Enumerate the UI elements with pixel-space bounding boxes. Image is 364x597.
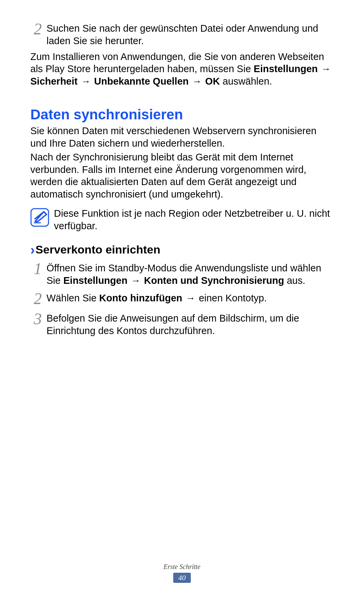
page-footer: Erste Schritte 40 <box>0 563 364 583</box>
step-2: 2 Wählen Sie Konto hinzufügen → einen Ko… <box>30 290 332 307</box>
menu-path-part: Unbekannte Quellen <box>94 76 188 87</box>
sync-intro-paragraph: Sie können Daten mit verschiedenen Webse… <box>30 125 332 150</box>
menu-path-part: Konto hinzufügen <box>99 293 182 303</box>
text: auswählen. <box>220 76 272 87</box>
chevron-right-icon: › <box>30 243 35 257</box>
step-text: Befolgen Sie die Anweisungen auf dem Bil… <box>45 310 332 337</box>
arrow-icon: → <box>127 275 144 286</box>
arrow-icon: → <box>318 63 332 74</box>
step-number: 2 <box>30 20 45 37</box>
arrow-icon: → <box>182 293 199 303</box>
install-note-paragraph: Zum Installieren von Anwendungen, die Si… <box>30 51 332 88</box>
menu-path-part: Einstellungen <box>254 63 318 74</box>
note-text: Diese Funktion ist je nach Region oder N… <box>49 207 332 232</box>
step-1: 1 Öffnen Sie im Standby-Modus die Anwend… <box>30 260 332 287</box>
step-number: 3 <box>30 310 45 327</box>
subsection-title: Serverkonto einrichten <box>35 243 160 256</box>
step-number: 1 <box>30 260 45 277</box>
page-number-badge: 40 <box>173 573 191 583</box>
arrow-icon: → <box>189 76 205 87</box>
step-number: 2 <box>30 290 45 307</box>
manual-page: 2 Suchen Sie nach der gewünschten Datei … <box>0 0 364 597</box>
section-heading: Daten synchronisieren <box>30 107 332 123</box>
subsection-heading: › Serverkonto einrichten <box>30 243 332 257</box>
menu-path-part: OK <box>205 76 220 87</box>
text: einen Kontotyp. <box>199 293 267 303</box>
step-text: Öffnen Sie im Standby-Modus die Anwendun… <box>45 260 332 287</box>
menu-path-part: Einstellungen <box>63 275 127 286</box>
text: Wählen Sie <box>47 293 99 303</box>
step-2-top: 2 Suchen Sie nach der gewünschten Datei … <box>30 20 332 47</box>
menu-path-part: Konten und Synchronisierung <box>144 275 284 286</box>
arrow-icon: → <box>78 76 94 87</box>
sync-detail-paragraph: Nach der Synchronisierung bleibt das Ger… <box>30 151 332 201</box>
menu-path-part: Sicherheit <box>30 76 78 87</box>
note-icon <box>30 208 49 227</box>
svg-rect-0 <box>31 209 49 226</box>
step-text: Suchen Sie nach der gewünschten Datei od… <box>45 20 332 47</box>
step-3: 3 Befolgen Sie die Anweisungen auf dem B… <box>30 310 332 337</box>
step-text: Wählen Sie Konto hinzufügen → einen Kont… <box>45 290 267 304</box>
footer-section-label: Erste Schritte <box>0 563 364 571</box>
steps-list: 1 Öffnen Sie im Standby-Modus die Anwend… <box>30 260 332 337</box>
text: aus. <box>284 275 305 286</box>
note-block: Diese Funktion ist je nach Region oder N… <box>30 207 332 232</box>
